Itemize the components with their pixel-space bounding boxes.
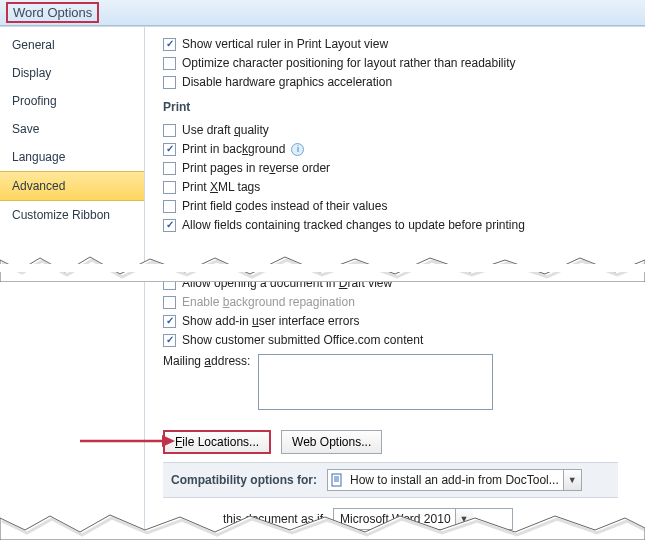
option-label: Print in background — [182, 141, 285, 157]
general-option-0[interactable]: Allow opening a document in Draft view — [163, 275, 645, 291]
mailing-address-row: Mailing address: — [163, 354, 645, 410]
checkbox-icon[interactable] — [163, 334, 176, 347]
layout-document-as-selected: Microsoft Word 2010 — [334, 512, 455, 526]
document-icon — [328, 473, 346, 487]
print-option-0[interactable]: Use draft quality — [163, 122, 645, 138]
file-locations-button[interactable]: File Locations... — [163, 430, 271, 454]
option-label: Show add-in user interface errors — [182, 313, 359, 329]
checkbox-icon[interactable] — [163, 162, 176, 175]
checkbox-icon[interactable] — [163, 76, 176, 89]
compatibility-bar: Compatibility options for: How to instal… — [163, 462, 618, 498]
checkbox-icon[interactable] — [163, 124, 176, 137]
option-label: Allow fields containing tracked changes … — [182, 217, 525, 233]
checkbox-icon[interactable] — [163, 277, 176, 290]
sidebar-item-language[interactable]: Language — [0, 143, 144, 171]
compatibility-selected: How to install an add-in from DocTool... — [346, 473, 563, 487]
option-label: Print XML tags — [182, 179, 260, 195]
general-option-2[interactable]: Show add-in user interface errors — [163, 313, 645, 329]
option-label: Optimize character positioning for layou… — [182, 55, 516, 71]
option-label: Show vertical ruler in Print Layout view — [182, 36, 388, 52]
print-option-3[interactable]: Print XML tags — [163, 179, 645, 195]
sidebar-item-customize-ribbon[interactable]: Customize Ribbon — [0, 201, 144, 229]
info-icon[interactable]: i — [291, 143, 304, 156]
layout-document-as-row: this document as if Microsoft Word 2010 … — [163, 508, 645, 530]
checkbox-icon[interactable] — [163, 200, 176, 213]
svg-rect-0 — [332, 474, 341, 486]
option-label: Allow opening a document in Draft view — [182, 275, 392, 291]
general-option-1: Enable background repagination — [163, 294, 645, 310]
section-title-print: Print — [163, 100, 645, 114]
checkbox-icon[interactable] — [163, 181, 176, 194]
chevron-down-icon[interactable]: ▼ — [563, 470, 581, 490]
option-label: Disable hardware graphics acceleration — [182, 74, 392, 90]
checkbox-icon — [163, 296, 176, 309]
checkbox-icon[interactable] — [163, 57, 176, 70]
mailing-address-label: Mailing address: — [163, 354, 250, 368]
checkbox-icon[interactable] — [163, 143, 176, 156]
button-row: File Locations... Web Options... — [163, 430, 645, 454]
option-disable-hw-accel[interactable]: Disable hardware graphics acceleration — [163, 74, 645, 90]
checkbox-icon[interactable] — [163, 219, 176, 232]
print-option-4[interactable]: Print field codes instead of their value… — [163, 198, 645, 214]
option-label: Print field codes instead of their value… — [182, 198, 387, 214]
print-option-1[interactable]: Print in backgroundi — [163, 141, 645, 157]
sidebar-item-general[interactable]: General — [0, 31, 144, 59]
sidebar-item-save[interactable]: Save — [0, 115, 144, 143]
option-label: Enable background repagination — [182, 294, 355, 310]
sidebar-item-proofing[interactable]: Proofing — [0, 87, 144, 115]
titlebar: Word Options — [0, 0, 645, 26]
option-vertical-ruler[interactable]: Show vertical ruler in Print Layout view — [163, 36, 645, 52]
print-option-5[interactable]: Allow fields containing tracked changes … — [163, 217, 645, 233]
compatibility-label: Compatibility options for: — [171, 473, 317, 487]
sidebar-item-display[interactable]: Display — [0, 59, 144, 87]
option-label: Print pages in reverse order — [182, 160, 330, 176]
web-options-button[interactable]: Web Options... — [281, 430, 382, 454]
option-label: Show customer submitted Office.com conte… — [182, 332, 423, 348]
general-option-3[interactable]: Show customer submitted Office.com conte… — [163, 332, 645, 348]
layout-document-as-label: this document as if — [223, 512, 323, 526]
sidebar: General Display Proofing Save Language A… — [0, 27, 145, 540]
layout-document-as-dropdown[interactable]: Microsoft Word 2010 ▼ — [333, 508, 513, 530]
main-panel: Show vertical ruler in Print Layout view… — [145, 27, 645, 540]
sidebar-item-advanced[interactable]: Advanced — [0, 171, 144, 201]
checkbox-icon[interactable] — [163, 38, 176, 51]
print-option-2[interactable]: Print pages in reverse order — [163, 160, 645, 176]
compatibility-dropdown[interactable]: How to install an add-in from DocTool...… — [327, 469, 582, 491]
mailing-address-input[interactable] — [258, 354, 493, 410]
option-label: Use draft quality — [182, 122, 269, 138]
option-optimize-positioning[interactable]: Optimize character positioning for layou… — [163, 55, 645, 71]
checkbox-icon[interactable] — [163, 315, 176, 328]
gap — [0, 264, 645, 272]
window-title: Word Options — [6, 2, 99, 23]
chevron-down-icon[interactable]: ▼ — [455, 509, 473, 529]
